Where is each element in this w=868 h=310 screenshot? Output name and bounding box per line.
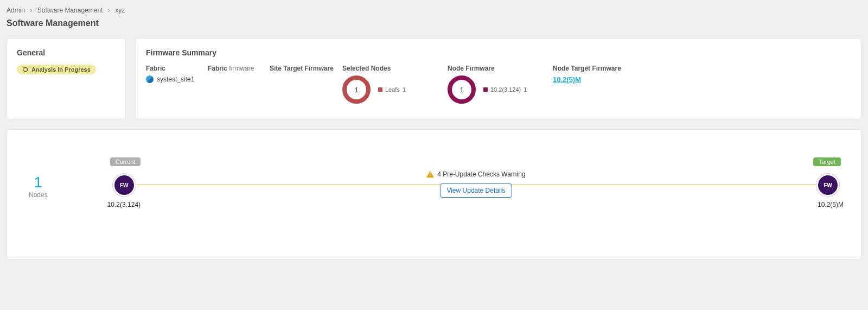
current-tag: Current [110,157,141,166]
view-update-details-button[interactable]: View Update Details [439,184,512,198]
selected-nodes-column: Selected Nodes 1 Leafs 1 [342,65,440,104]
summary-title: Firmware Summary [146,48,851,57]
timeline-card: 1 Nodes Current FW 10.2(3.124) Target FW… [7,129,861,260]
node-target-firmware-column: Node Target Firmware 10.2(5)M [553,65,629,84]
nodes-count: 1 [29,174,48,191]
fabric-firmware-label: Fabric firmware [208,65,262,72]
breadcrumb-item[interactable]: Admin [7,7,25,14]
warning-icon [426,171,434,178]
globe-icon [146,75,154,83]
selected-nodes-donut: 1 [342,75,371,104]
current-version: 10.2(3.124) [107,201,141,208]
chevron-right-icon: › [30,7,32,14]
fabric-column: Fabric systest_site1 [146,65,200,83]
chevron-right-icon: › [108,7,110,14]
node-firmware-column: Node Firmware 1 10.2(3.124) 1 [448,65,545,104]
breadcrumb: Admin › Software Management › xyz [7,7,861,14]
firmware-summary-card: Firmware Summary Fabric systest_site1 Fa… [136,38,861,119]
node-firmware-legend: 10.2(3.124) 1 [483,86,527,93]
node-firmware-donut: 1 [448,75,476,104]
node-firmware-value: 1 [459,86,463,94]
target-firmware-link[interactable]: 10.2(5)M [553,75,581,84]
selected-nodes-legend: Leafs 1 [378,86,406,93]
legend-label: 10.2(3.124) [490,86,521,93]
target-fw-node[interactable]: FW [816,174,839,197]
legend-swatch-icon [378,87,382,92]
current-fw-node[interactable]: FW [113,174,136,197]
nodes-count-block: 1 Nodes [29,174,48,199]
breadcrumb-item[interactable]: Software Management [37,7,103,14]
site-target-column: Site Target Firmware [270,65,335,75]
general-title: General [17,48,116,57]
refresh-icon [22,66,29,73]
fabric-label: Fabric [146,65,200,72]
timeline-area: Current FW 10.2(3.124) Target FW 10.2(5)… [113,156,839,216]
fabric-name: systest_site1 [157,75,194,83]
target-tag: Target [813,157,841,166]
warning-text: 4 Pre-Update Checks Warning [437,170,525,178]
fabric-row: systest_site1 [146,75,200,83]
legend-label: Leafs [385,86,400,93]
site-target-label: Site Target Firmware [270,65,335,72]
legend-swatch-icon [483,87,488,92]
general-card: General Analysis In Progress [7,38,126,119]
status-badge: Analysis In Progress [17,65,96,74]
breadcrumb-item[interactable]: xyz [115,7,125,14]
nodes-count-label: Nodes [29,191,48,199]
fabric-firmware-column: Fabric firmware [208,65,262,75]
status-text: Analysis In Progress [31,66,91,73]
selected-nodes-label: Selected Nodes [342,65,440,72]
warning-line: 4 Pre-Update Checks Warning [426,170,525,178]
legend-count: 1 [524,86,527,93]
target-version: 10.2(5)M [818,201,844,208]
page-title: Software Management [7,18,861,28]
timeline-center: 4 Pre-Update Checks Warning View Update … [426,170,525,198]
node-firmware-label: Node Firmware [448,65,545,72]
node-target-label: Node Target Firmware [553,65,629,72]
legend-count: 1 [403,86,406,93]
selected-nodes-value: 1 [354,86,358,94]
